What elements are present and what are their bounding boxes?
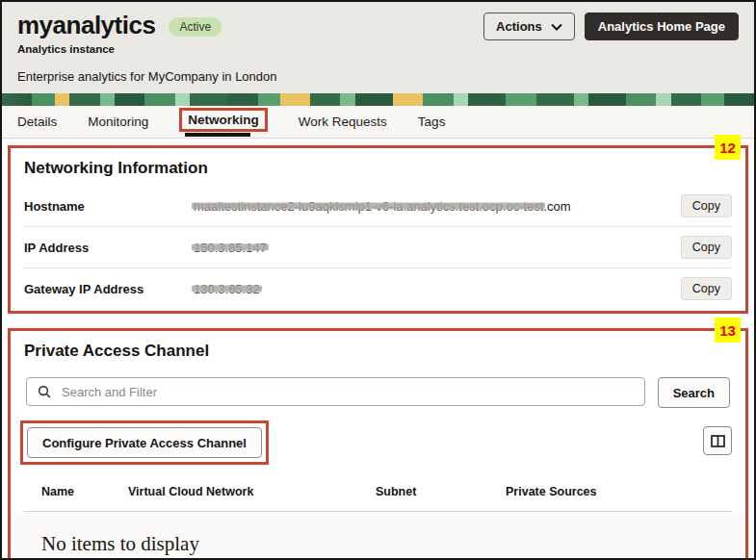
actions-button-label: Actions xyxy=(496,19,542,34)
empty-state: No items to display Create new items or … xyxy=(11,512,745,560)
tab-monitoring[interactable]: Monitoring xyxy=(88,111,148,133)
app-window: myanalytics Active Actions Analytics Hom… xyxy=(0,0,756,560)
private-access-channel-section: 13 Private Access Channel Search Configu… xyxy=(8,328,748,560)
analytics-home-page-button[interactable]: Analytics Home Page xyxy=(585,13,739,40)
hostname-value: maaltestinstance2-lu9aqklsmlp1-v6-ia.ana… xyxy=(194,199,681,214)
column-header-private-sources: Private Sources xyxy=(506,485,732,498)
columns-icon xyxy=(711,435,725,447)
callout-12: 12 xyxy=(715,135,741,160)
configure-row: Configure Private Access Channel xyxy=(24,420,732,465)
table-header-row: Name Virtual Cloud Network Subnet Privat… xyxy=(24,471,732,512)
column-header-subnet: Subnet xyxy=(376,485,506,498)
copy-ip-address-button[interactable]: Copy xyxy=(681,236,732,259)
hostname-redacted-value: maaltestinstance2-lu9aqklsmlp1-v6-ia.ana… xyxy=(194,199,543,214)
table-column-settings-button[interactable] xyxy=(703,426,732,455)
search-button[interactable]: Search xyxy=(658,377,730,408)
hostname-row: Hostname maaltestinstance2-lu9aqklsmlp1-… xyxy=(24,186,732,227)
gateway-ip-value: 130.3.65.32 xyxy=(194,282,681,296)
hostname-suffix: .com xyxy=(543,199,570,214)
search-input[interactable] xyxy=(60,384,634,400)
copy-gateway-ip-button[interactable]: Copy xyxy=(681,277,732,300)
status-badge: Active xyxy=(169,17,222,37)
ip-address-label: IP Address xyxy=(24,241,194,255)
chevron-down-icon xyxy=(551,23,562,31)
tab-tags[interactable]: Tags xyxy=(418,111,446,133)
search-box[interactable] xyxy=(26,377,645,406)
instance-type-label: Analytics instance xyxy=(17,43,739,55)
decorative-banner xyxy=(2,93,754,106)
networking-information-section: 12 Networking Information Hostname maalt… xyxy=(8,145,748,314)
column-header-virtual-cloud-network: Virtual Cloud Network xyxy=(128,485,376,498)
copy-hostname-button[interactable]: Copy xyxy=(681,194,732,217)
search-row: Search xyxy=(26,377,730,408)
ip-address-row: IP Address 150.3.85.147 Copy xyxy=(24,227,732,268)
tab-details[interactable]: Details xyxy=(17,111,57,133)
tab-work-requests[interactable]: Work Requests xyxy=(299,111,387,133)
gateway-ip-row: Gateway IP Address 130.3.65.32 Copy xyxy=(24,268,732,309)
callout-13: 13 xyxy=(715,318,741,343)
configure-private-access-channel-button[interactable]: Configure Private Access Channel xyxy=(27,427,262,458)
tab-bar: Details Monitoring Networking Work Reque… xyxy=(2,106,754,139)
ip-address-redacted-value: 150.3.85.147 xyxy=(194,241,267,255)
active-tab-indicator xyxy=(185,133,250,137)
actions-button[interactable]: Actions xyxy=(483,13,575,40)
configure-button-highlight-box: Configure Private Access Channel xyxy=(20,420,269,465)
tab-networking[interactable]: Networking xyxy=(179,108,268,137)
tab-networking-label: Networking xyxy=(188,113,259,127)
main-content: 12 Networking Information Hostname maalt… xyxy=(2,139,754,560)
networking-information-title: Networking Information xyxy=(24,159,732,178)
instance-description: Enterprise analytics for MyCompany in Lo… xyxy=(17,69,739,84)
private-access-channel-title: Private Access Channel xyxy=(24,342,732,361)
hostname-label: Hostname xyxy=(24,199,194,214)
ip-address-value: 150.3.85.147 xyxy=(194,241,681,255)
gateway-ip-label: Gateway IP Address xyxy=(24,282,194,296)
gateway-ip-redacted-value: 130.3.65.32 xyxy=(194,282,260,296)
column-header-name: Name xyxy=(24,485,128,498)
page-header: myanalytics Active Actions Analytics Hom… xyxy=(2,2,754,93)
networking-tab-highlight-box: Networking xyxy=(179,108,268,132)
search-icon xyxy=(38,385,51,398)
page-title: myanalytics xyxy=(17,13,155,38)
empty-state-title: No items to display xyxy=(41,532,715,556)
